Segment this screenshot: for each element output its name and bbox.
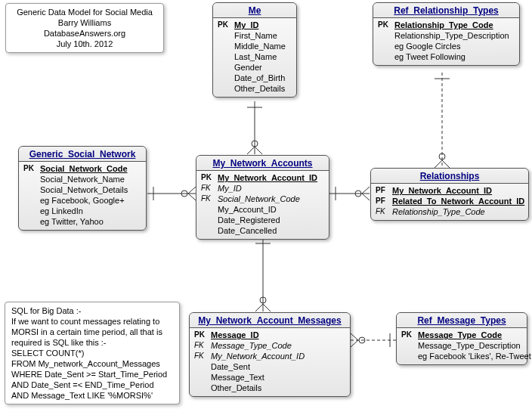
field-row: Message_Text: [194, 372, 345, 383]
field-key: [194, 383, 211, 393]
field-name: eg Facebook 'Likes', Re-Tweet: [418, 351, 531, 361]
field-key: PF: [376, 196, 392, 206]
field-name: Social_Network_Code: [40, 163, 128, 174]
meta-line-2: Barry Williams: [12, 17, 157, 28]
field-row: FKRelationship_Type_Code: [376, 206, 524, 217]
field-name: My_Network_Account_ID: [392, 185, 492, 196]
field-name: eg Facebook, Google+: [40, 195, 125, 206]
field-row: PKRelationship_Type_Code: [378, 20, 515, 30]
field-row: eg Twitter, Yahoo: [23, 216, 141, 227]
field-name: Message_Type_Code: [211, 340, 292, 351]
field-key: FK: [376, 206, 392, 217]
entity-title: Ref_Message_Types: [397, 313, 527, 328]
field-key: PK: [378, 20, 394, 30]
field-row: My_Account_ID: [201, 204, 324, 215]
field-key: [378, 41, 394, 51]
field-name: Message_Text: [211, 372, 264, 383]
field-key: [194, 372, 211, 383]
field-key: [23, 206, 40, 216]
field-row: eg Facebook 'Likes', Re-Tweet: [401, 351, 522, 361]
field-name: Relationship_Type_Code: [392, 206, 485, 217]
field-key: [23, 184, 40, 195]
meta-line-1: Generic Data Model for Social Media: [12, 7, 157, 17]
field-row: FKMy_Network_Account_ID: [194, 351, 345, 361]
field-row: PFMy_Network_Account_ID: [376, 185, 524, 196]
field-row: eg Tweet Following: [378, 51, 515, 62]
field-key: PK: [401, 330, 418, 340]
entity-ref-message-types: Ref_Message_Types PKMessage_Type_CodeMes…: [396, 312, 527, 365]
svg-point-5: [181, 191, 187, 197]
entity-title: Generic_Social_Network: [19, 147, 146, 162]
field-name: Date_Sent: [211, 361, 250, 372]
entity-me: Me PKMy_IDFirst_NameMiddle_NameLast_Name…: [212, 2, 297, 98]
field-name: Date_Cancelled: [218, 225, 277, 236]
field-row: Social_Network_Name: [23, 174, 141, 184]
field-row: PKMy_ID: [218, 20, 292, 30]
sql-line-6: FROM My_network_Account_Messages: [11, 358, 173, 369]
svg-point-2: [252, 141, 258, 147]
svg-point-14: [260, 297, 266, 303]
field-key: [218, 30, 234, 41]
entity-generic-social-network: Generic_Social_Network PKSocial_Network_…: [18, 146, 147, 231]
field-name: My_ID: [218, 183, 242, 194]
svg-point-17: [359, 337, 365, 343]
entity-fields: PKMessage_IDFKMessage_Type_CodeFKMy_Netw…: [190, 328, 350, 396]
entity-fields: PKSocial_Network_CodeSocial_Network_Name…: [19, 162, 146, 230]
field-key: [401, 340, 418, 351]
sql-line-3: MORSI in a certain time period, all that…: [11, 327, 173, 337]
field-key: [218, 73, 234, 83]
field-name: Message_Type_Description: [418, 340, 521, 351]
field-row: eg Facebook, Google+: [23, 195, 141, 206]
field-key: [201, 225, 218, 236]
field-name: Gender: [234, 62, 262, 73]
field-name: My_ID: [234, 20, 258, 30]
field-name: Social_Network_Code: [218, 194, 300, 204]
field-name: Related_To_Network_Account_ID: [392, 196, 524, 206]
field-name: Message_Type_Code: [418, 330, 502, 340]
sql-line-8: AND Date_Sent =< END_Time_Period: [11, 380, 173, 390]
field-name: eg LinkedIn: [40, 206, 83, 216]
field-row: FKMessage_Type_Code: [194, 340, 345, 351]
field-key: FK: [201, 183, 218, 194]
field-key: FK: [194, 351, 211, 361]
field-name: eg Twitter, Yahoo: [40, 216, 104, 227]
entity-title: Relationships: [371, 169, 528, 184]
field-key: [218, 62, 234, 73]
field-row: First_Name: [218, 30, 292, 41]
svg-point-11: [439, 153, 445, 160]
field-name: My_Network_Account_ID: [218, 172, 317, 183]
field-name: My_Network_Account_ID: [211, 351, 305, 361]
field-row: PKSocial_Network_Code: [23, 163, 141, 174]
entity-my-network-accounts: My_Network_Accounts PKMy_Network_Account…: [196, 155, 329, 240]
field-key: [23, 174, 40, 184]
svg-point-8: [355, 191, 361, 197]
field-row: Date_Registered: [201, 215, 324, 225]
field-row: Message_Type_Description: [401, 340, 522, 351]
entity-fields: PKMy_Network_Account_IDFKMy_IDFKSocial_N…: [196, 171, 329, 239]
field-row: eg LinkedIn: [23, 206, 141, 216]
field-row: PFRelated_To_Network_Account_ID: [376, 196, 524, 206]
field-key: FK: [201, 194, 218, 204]
field-key: [23, 195, 40, 206]
field-key: PF: [376, 185, 392, 196]
entity-fields: PKRelationship_Type_CodeRelationship_Typ…: [373, 18, 519, 65]
field-row: Gender: [218, 62, 292, 73]
field-key: [194, 361, 211, 372]
field-name: My_Account_ID: [218, 204, 277, 215]
field-name: Social_Network_Name: [40, 174, 125, 184]
field-row: Middle_Name: [218, 41, 292, 51]
field-key: PK: [201, 172, 218, 183]
field-key: [201, 204, 218, 215]
sql-line-5: SELECT COUNT(*): [11, 348, 173, 358]
field-row: Relationship_Type_Description: [378, 30, 515, 41]
field-row: PKMessage_Type_Code: [401, 330, 522, 340]
field-row: FKSocial_Network_Code: [201, 194, 324, 204]
field-row: Other_Details: [194, 383, 345, 393]
field-name: Message_ID: [211, 330, 259, 340]
sql-line-4: required is SQL like this :-: [11, 337, 173, 348]
field-row: Date_Cancelled: [201, 225, 324, 236]
meta-info-box: Generic Data Model for Social Media Barr…: [5, 3, 164, 53]
sql-line-9: AND Message_Text LIKE '%MORSI%': [11, 390, 173, 401]
field-key: [378, 51, 394, 62]
entity-title: Me: [213, 3, 296, 18]
